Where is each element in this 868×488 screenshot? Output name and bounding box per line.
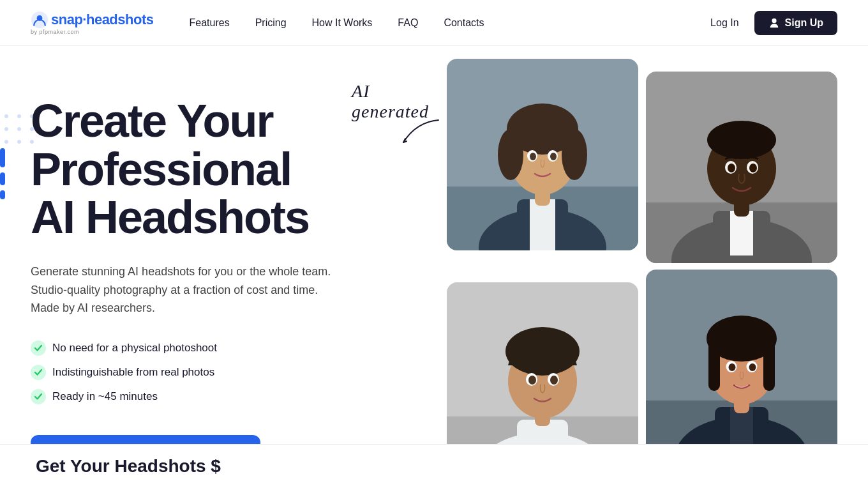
hero-title-line2: Professional bbox=[31, 144, 291, 195]
nav-item-faq[interactable]: FAQ bbox=[398, 17, 418, 29]
check-icon-1 bbox=[31, 340, 46, 356]
logo[interactable]: snap·headshots by pfpmaker.com bbox=[31, 11, 153, 35]
check-item-1: No need for a physical photoshoot bbox=[31, 340, 388, 356]
svg-rect-18 bbox=[530, 199, 555, 250]
photo-col-1 bbox=[447, 59, 638, 474]
svg-point-27 bbox=[550, 153, 557, 160]
photo-col-2 bbox=[646, 59, 837, 461]
login-button[interactable]: Log In bbox=[710, 17, 738, 29]
nav-left: snap·headshots by pfpmaker.com Features … bbox=[31, 11, 484, 35]
check-icon-3 bbox=[31, 389, 46, 404]
svg-point-6 bbox=[17, 127, 21, 131]
portrait-woman-2 bbox=[646, 270, 837, 461]
hero-section: Create Your Professional AI Headshots Ge… bbox=[0, 46, 868, 488]
svg-point-47 bbox=[707, 121, 776, 159]
ai-arrow-icon bbox=[397, 117, 442, 149]
bottom-strip[interactable]: Get Your Headshots $ bbox=[0, 444, 868, 488]
svg-point-38 bbox=[550, 376, 558, 385]
nav-link-how-it-works[interactable]: How It Works bbox=[312, 17, 373, 28]
ai-annotation-text: AI generated bbox=[352, 81, 429, 121]
logo-icon bbox=[31, 11, 49, 29]
hero-title: Create Your Professional AI Headshots bbox=[31, 97, 388, 242]
check-icon-2 bbox=[31, 365, 46, 380]
portrait-man-1 bbox=[646, 72, 837, 263]
nav-link-faq[interactable]: FAQ bbox=[398, 17, 418, 28]
signup-button[interactable]: Sign Up bbox=[754, 11, 837, 35]
check-item-2: Indistinguishable from real photos bbox=[31, 365, 388, 380]
photo-card-1 bbox=[447, 59, 638, 250]
main-nav: snap·headshots by pfpmaker.com Features … bbox=[0, 0, 868, 46]
svg-point-37 bbox=[528, 376, 536, 385]
svg-point-9 bbox=[17, 140, 21, 144]
hero-title-line1: Create Your bbox=[31, 95, 273, 146]
nav-link-pricing[interactable]: Pricing bbox=[255, 17, 287, 28]
checkmark-svg-2 bbox=[34, 368, 43, 377]
nav-link-features[interactable]: Features bbox=[189, 17, 229, 28]
hero-left: Create Your Professional AI Headshots Ge… bbox=[31, 46, 388, 478]
nav-right: Log In Sign Up bbox=[710, 11, 837, 35]
hero-right: AI generated bbox=[388, 46, 837, 488]
svg-point-23 bbox=[562, 129, 587, 180]
svg-rect-44 bbox=[730, 211, 753, 255]
svg-rect-12 bbox=[0, 172, 5, 185]
svg-point-2 bbox=[4, 114, 8, 118]
ai-annotation: AI generated bbox=[352, 81, 429, 122]
nav-item-contacts[interactable]: Contacts bbox=[444, 17, 484, 29]
checkmark-svg-3 bbox=[34, 392, 43, 401]
svg-point-8 bbox=[4, 140, 8, 144]
deco-lines bbox=[0, 148, 5, 202]
svg-rect-60 bbox=[708, 340, 720, 391]
user-icon bbox=[768, 17, 780, 29]
svg-rect-11 bbox=[0, 148, 5, 167]
svg-rect-61 bbox=[763, 340, 775, 391]
hero-checklist: No need for a physical photoshoot Indist… bbox=[31, 340, 388, 404]
svg-point-3 bbox=[17, 114, 21, 118]
svg-point-22 bbox=[498, 129, 523, 180]
logo-brand: snap·headshots bbox=[51, 13, 153, 27]
svg-point-5 bbox=[4, 127, 8, 131]
hero-description: Generate stunning AI headshots for you o… bbox=[31, 263, 337, 317]
svg-point-64 bbox=[729, 363, 736, 371]
check-item-3: Ready in ~45 minutes bbox=[31, 389, 388, 404]
logo-sub: by pfpmaker.com bbox=[31, 29, 79, 35]
portrait-woman bbox=[447, 59, 638, 250]
nav-item-how-it-works[interactable]: How It Works bbox=[312, 17, 373, 29]
svg-point-51 bbox=[749, 164, 757, 172]
hero-title-line3: AI Headshots bbox=[31, 192, 309, 243]
svg-rect-13 bbox=[0, 190, 5, 199]
photo-card-4 bbox=[646, 270, 837, 461]
svg-point-26 bbox=[530, 153, 536, 160]
photo-card-2 bbox=[646, 72, 837, 263]
nav-item-pricing[interactable]: Pricing bbox=[255, 17, 287, 29]
svg-point-50 bbox=[728, 164, 735, 172]
photos-grid bbox=[447, 59, 837, 474]
nav-item-features[interactable]: Features bbox=[189, 17, 229, 29]
nav-links: Features Pricing How It Works FAQ Contac… bbox=[189, 17, 484, 29]
svg-point-65 bbox=[749, 363, 756, 371]
checkmark-svg-1 bbox=[34, 344, 43, 353]
bottom-strip-text: Get Your Headshots $ bbox=[36, 456, 221, 477]
nav-link-contacts[interactable]: Contacts bbox=[444, 17, 484, 28]
